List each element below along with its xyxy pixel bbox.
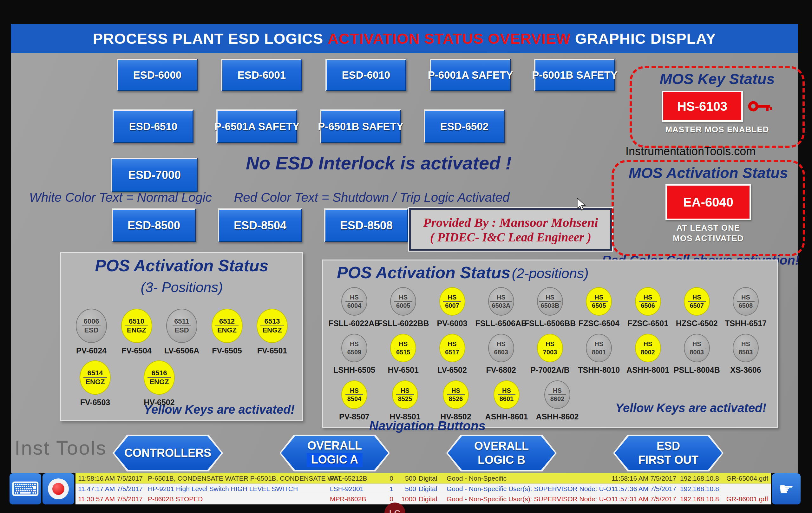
- key-tag-label: HZSC-6502: [676, 319, 718, 328]
- alarm-type: Digital: [419, 495, 444, 503]
- key-tag-label: ASHH-8001: [627, 366, 669, 375]
- keyboard-icon[interactable]: ⌨: [9, 473, 41, 505]
- key-switch-icon: HS 7003: [537, 334, 563, 362]
- nav-hex-button[interactable]: CONTROLLERS: [113, 435, 223, 472]
- mos-key-status-panel: MOS Key Status HS-6103 MASTER MOS ENABLE…: [630, 66, 805, 148]
- pos-key-indicator: HS 6007 PV-6003: [429, 287, 476, 328]
- pos-key-indicator: HS 8601 ASHH-8601: [483, 380, 530, 421]
- title-part-activation: ACTIVATION STATUS OVERVIEW: [328, 30, 571, 47]
- alarm-event-strip: ⌨ 11:58:16 AM 7/5/2017 P-6501B, CONDENSA…: [9, 473, 801, 505]
- esd-logic-button[interactable]: ESD-6001: [221, 59, 302, 91]
- esd-logic-button[interactable]: ESD-6510: [113, 110, 194, 143]
- esd-logic-button[interactable]: P-6501A SAFETY: [216, 110, 297, 143]
- key-tag-label: FSLL-6506AB: [475, 319, 527, 328]
- key-tag-label: FSLL-6022BB: [377, 319, 429, 328]
- key-switch-icon: 6511 ESD: [166, 309, 197, 343]
- nav-button-line1: ESD: [657, 439, 680, 453]
- pos-key-indicator: HS 6005 FSLL-6022BB: [379, 287, 427, 328]
- key-tag-label: PV-6024: [76, 346, 107, 355]
- pos-key-indicator: 6513 ENGZ FV-6501: [250, 309, 295, 355]
- alarm-ack-time: 11:57:31 AM 7/5/2017: [612, 495, 677, 503]
- nav-button-line1: OVERALL: [307, 439, 362, 452]
- pos-key-indicator: HS 8602 ASHH-8602: [533, 380, 581, 421]
- key-switch-icon: HS 6507: [684, 287, 710, 316]
- pos2-key-row-3: HS 8504 PV-8507 HS 8525 HV-8501: [323, 380, 589, 421]
- key-switch-icon: 6514 ENGZ: [80, 361, 111, 395]
- hand-pointer-icon[interactable]: ☛: [772, 473, 801, 505]
- alarm-row[interactable]: 11:47:17 AM 7/5/2017 HP-9201 High Level …: [76, 484, 771, 494]
- esd-logic-button[interactable]: ESD-8504: [218, 208, 302, 242]
- navigation-button-row: CONTROLLERS OVERALL LOGIC A OVERALL LOGI…: [113, 435, 724, 472]
- key-tag-label: LV-6502: [437, 366, 467, 375]
- pos3-title: POS Activation Status: [61, 256, 302, 275]
- key-tag-label: PSLL-8004B: [674, 366, 720, 375]
- alarm-display-file: GR-86001.gdf: [726, 495, 767, 503]
- key-switch-icon: HS 6004: [341, 287, 367, 316]
- pos-activation-panel-3pos: POS Activation Status (3- Positions) 600…: [60, 252, 303, 421]
- esd-logic-button[interactable]: ESD-6502: [424, 110, 505, 143]
- key-tag-label: FV-6505: [212, 346, 242, 355]
- key-tag-label: XS-3606: [730, 366, 761, 375]
- nav-hex-button[interactable]: OVERALL LOGIC A: [280, 435, 390, 472]
- nav-hex-button[interactable]: OVERALL LOGIC B: [446, 435, 557, 472]
- no-interlock-headline: No ESD Interlock is activated !: [220, 152, 537, 174]
- pos2-key-row-1: HS 6004 FSLL-6022AB HS 6005 FSLL-6022BB: [323, 287, 777, 328]
- mos-key-caption: MASTER MOS ENABLED: [665, 124, 769, 135]
- esd-logic-button[interactable]: ESD-8508: [324, 208, 408, 242]
- key-tag-label: HV-6501: [388, 366, 419, 375]
- pos-key-indicator: HS 7003 P-7002A/B: [526, 334, 574, 375]
- alarm-ball-icon[interactable]: [42, 473, 74, 505]
- pos2-yellow-note: Yellow Keys are activated!: [615, 401, 766, 415]
- alarm-row[interactable]: 11:58:16 AM 7/5/2017 P-6501B, CONDENSATE…: [76, 473, 771, 484]
- esd-logic-button[interactable]: P-6501B SAFETY: [320, 110, 401, 143]
- esd-logic-button[interactable]: P-6001B SAFETY: [534, 59, 615, 91]
- pos-key-indicator: HS 8525 HV-8501: [381, 380, 429, 421]
- esd-logic-button[interactable]: ESD-8500: [112, 208, 196, 242]
- navigation-caption: Navigation Buttons: [369, 419, 486, 433]
- nav-hex-button[interactable]: ESD FIRST OUT: [613, 435, 724, 472]
- esd-logic-button[interactable]: ESD-7000: [111, 158, 198, 192]
- key-tag-label: PV-6003: [437, 319, 467, 328]
- key-switch-icon: HS 8601: [494, 380, 520, 409]
- key-tag-label: ASHH-8602: [536, 412, 579, 421]
- key-switch-icon: HS 8504: [341, 380, 367, 409]
- pos-key-indicator: HS 6507 HZSC-6502: [673, 287, 721, 328]
- pos3-subtitle: (3- Positions): [61, 280, 302, 295]
- pos-key-indicator: HS 8003 PSLL-8004B: [673, 334, 721, 375]
- key-tag-label: FSLL-6022AB: [328, 319, 380, 328]
- alarm-value: 0: [379, 475, 393, 482]
- esd-logic-button[interactable]: ESD-6010: [325, 59, 406, 91]
- key-tag-label: ASHH-8601: [485, 412, 528, 421]
- key-tag-label: TSHH-6517: [725, 319, 766, 328]
- key-tag-label: LV-6506A: [164, 346, 200, 355]
- alarm-row[interactable]: 11:30:57 AM 7/5/2017 P-8602B STOPED MPR-…: [76, 494, 771, 505]
- watermark-site: InstrumentationTools.com: [626, 145, 797, 158]
- mouse-cursor: [576, 198, 587, 211]
- esd-logic-button[interactable]: P-6001A SAFETY: [430, 59, 511, 91]
- key-tag-label: FV-6504: [121, 346, 152, 355]
- mos-activation-panel: MOS Activation Status EA-6040 AT LEAST O…: [612, 160, 805, 256]
- alarm-tag: MPR-8602B: [330, 495, 377, 503]
- nav-button-line1: CONTROLLERS: [124, 446, 211, 460]
- key-switch-icon: HS 6503A: [488, 287, 514, 316]
- key-switch-icon: 6512 ENGZ: [211, 309, 243, 343]
- provided-by-line2: ( PIDEC- I&C Lead Engineer ): [430, 230, 591, 244]
- key-tag-label: LSHH-6505: [334, 366, 375, 375]
- key-switch-icon: HS 8002: [635, 334, 661, 362]
- pos-key-indicator: 6511 ESD LV-6506A: [159, 309, 204, 355]
- pos-key-indicator: HS 6503A FSLL-6506AB: [477, 287, 525, 328]
- esd-logic-button[interactable]: ESD-6000: [117, 59, 198, 91]
- alarm-status: Good - Non-Specific User(s): SUPERVISOR …: [446, 495, 609, 503]
- mos-activation-tag-cell: EA-6040: [665, 184, 751, 220]
- key-switch-icon: HS 6509: [341, 334, 367, 362]
- title-part-2: GRAPHIC DISPLAY: [575, 30, 716, 47]
- key-switch-icon: HS 6506: [635, 287, 661, 316]
- key-switch-icon: 6510 ENGZ: [121, 309, 152, 343]
- pos3-yellow-note: Yellow Keys are activated!: [144, 403, 295, 417]
- pos2-title: POS Activation Status: [337, 263, 510, 282]
- alarm-status: Good - Non-Specific User(s): SUPERVISOR …: [446, 485, 609, 493]
- alarm-time: 11:30:57 AM 7/5/2017: [78, 495, 145, 503]
- key-tag-label: FV-6501: [257, 346, 287, 355]
- mos-key-title: MOS Key Status: [660, 70, 775, 88]
- nav-button-line2: LOGIC B: [478, 453, 525, 467]
